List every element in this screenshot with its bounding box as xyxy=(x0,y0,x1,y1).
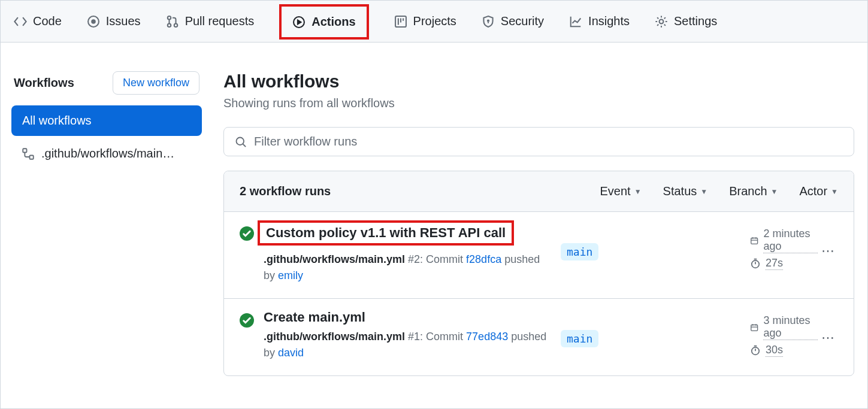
filter-input[interactable]: Filter workflow runs xyxy=(223,127,854,156)
project-icon xyxy=(394,15,407,28)
run-time: 2 minutes ago xyxy=(750,228,818,253)
shield-icon xyxy=(482,15,495,28)
svg-rect-16 xyxy=(751,325,758,331)
run-row[interactable]: Create main.yml .github/workflows/main.y… xyxy=(224,299,854,375)
workflow-icon xyxy=(22,148,34,160)
tab-actions[interactable]: Actions xyxy=(279,4,368,40)
caret-icon: ▼ xyxy=(634,187,642,196)
run-subtitle: .github/workflows/main.yml #2: Commit f2… xyxy=(264,252,551,284)
caret-icon: ▼ xyxy=(700,187,707,196)
run-menu-button[interactable]: ⋯ xyxy=(818,240,838,262)
calendar-icon xyxy=(750,235,758,246)
sidebar-workflow-label: .github/workflows/main… xyxy=(41,147,174,160)
run-duration: 30s xyxy=(750,344,818,357)
tab-code-label: Code xyxy=(33,14,62,28)
new-workflow-button[interactable]: New workflow xyxy=(113,71,199,95)
branch-chip[interactable]: main xyxy=(561,243,598,260)
svg-point-2 xyxy=(167,16,171,20)
actor-link[interactable]: emily xyxy=(278,269,303,281)
runs-count: 2 workflow runs xyxy=(240,184,331,198)
tab-pull-requests[interactable]: Pull requests xyxy=(166,12,255,31)
success-icon xyxy=(240,226,254,241)
run-row[interactable]: Custom policy v1.1 with REST API call .g… xyxy=(224,212,854,299)
code-icon xyxy=(14,15,27,28)
svg-point-11 xyxy=(237,137,244,145)
filter-actor[interactable]: Actor▼ xyxy=(799,184,838,198)
run-subtitle: .github/workflows/main.yml #1: Commit 77… xyxy=(264,329,551,361)
tab-issues-label: Issues xyxy=(106,14,141,28)
run-menu-button[interactable]: ⋯ xyxy=(818,326,838,349)
svg-point-4 xyxy=(174,23,177,27)
commit-link[interactable]: 77ed843 xyxy=(466,331,508,343)
tab-actions-label: Actions xyxy=(311,15,355,29)
tab-issues[interactable]: Issues xyxy=(87,12,141,31)
branch-chip[interactable]: main xyxy=(561,330,598,347)
page-title: All workflows xyxy=(223,71,854,92)
pr-icon xyxy=(166,15,179,28)
tab-security-label: Security xyxy=(501,14,544,28)
graph-icon xyxy=(569,15,582,28)
caret-icon: ▼ xyxy=(831,187,838,196)
svg-point-7 xyxy=(488,20,489,21)
gear-icon xyxy=(655,15,668,28)
svg-rect-9 xyxy=(23,149,26,152)
search-icon xyxy=(235,136,247,148)
sidebar-all-workflows[interactable]: All workflows xyxy=(11,105,202,136)
stopwatch-icon xyxy=(750,258,761,269)
tab-code[interactable]: Code xyxy=(14,12,62,31)
workflows-sidebar: Workflows New workflow All workflows .gi… xyxy=(11,71,202,376)
svg-rect-10 xyxy=(30,155,34,159)
run-title[interactable]: Custom policy v1.1 with REST API call xyxy=(258,220,514,246)
tab-settings[interactable]: Settings xyxy=(655,12,717,31)
run-title[interactable]: Create main.yml xyxy=(264,310,365,325)
tab-settings-label: Settings xyxy=(674,14,717,28)
tab-projects-label: Projects xyxy=(413,14,456,28)
actor-link[interactable]: david xyxy=(278,347,304,359)
filter-event[interactable]: Event▼ xyxy=(600,184,642,198)
run-duration: 27s xyxy=(750,257,818,270)
tab-insights-label: Insights xyxy=(588,14,630,28)
svg-point-1 xyxy=(92,20,95,23)
page-subtitle: Showing runs from all workflows xyxy=(223,96,854,110)
sidebar-title: Workflows xyxy=(14,76,74,90)
filter-placeholder: Filter workflow runs xyxy=(254,135,357,149)
tab-pr-label: Pull requests xyxy=(185,14,255,28)
tab-insights[interactable]: Insights xyxy=(569,12,630,31)
svg-point-8 xyxy=(660,19,664,23)
tab-projects[interactable]: Projects xyxy=(394,12,456,31)
sidebar-workflow-item[interactable]: .github/workflows/main… xyxy=(11,138,202,169)
stopwatch-icon xyxy=(750,345,761,356)
run-time: 3 minutes ago xyxy=(750,314,818,340)
tab-security[interactable]: Security xyxy=(482,12,544,31)
commit-link[interactable]: f28dfca xyxy=(466,253,501,265)
svg-point-3 xyxy=(167,23,171,27)
filter-status[interactable]: Status▼ xyxy=(663,184,708,198)
filter-branch[interactable]: Branch▼ xyxy=(729,184,778,198)
play-icon xyxy=(292,16,306,29)
caret-icon: ▼ xyxy=(771,187,778,196)
runs-list: 2 workflow runs Event▼ Status▼ Branch▼ A… xyxy=(223,171,854,376)
calendar-icon xyxy=(750,322,758,333)
repo-tabnav: Code Issues Pull requests Actions Projec… xyxy=(1,1,867,43)
svg-rect-13 xyxy=(751,238,758,244)
sidebar-all-label: All workflows xyxy=(22,114,92,128)
issue-icon xyxy=(87,15,100,28)
success-icon xyxy=(240,313,254,328)
